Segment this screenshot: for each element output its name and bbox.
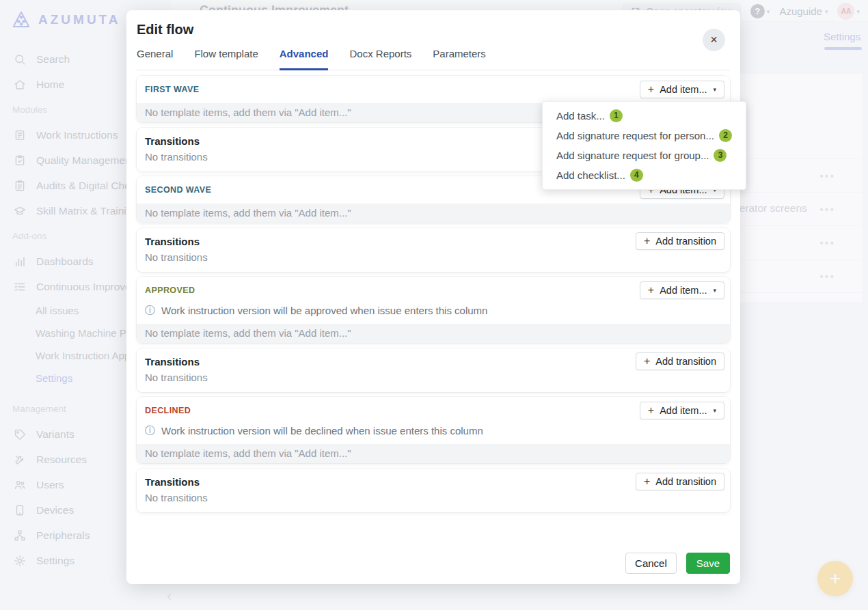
tab-advanced[interactable]: Advanced (280, 48, 329, 70)
wave-title: SECOND WAVE (145, 185, 211, 195)
plus-icon: + (648, 85, 654, 94)
no-template-items-text: No template items, add them via "Add ite… (137, 204, 730, 223)
menu-item-add-checklist[interactable]: Add checklist... 4 (543, 165, 746, 185)
plus-icon: + (648, 286, 654, 295)
add-item-dropdown-menu: Add task... 1 Add signature request for … (542, 101, 746, 190)
wave-section-second-wave: SECOND WAVE + Add item... ▾ No template … (137, 176, 730, 272)
shortcut-badge: 1 (610, 109, 623, 122)
close-button[interactable]: × (703, 29, 725, 51)
plus-icon: + (644, 357, 650, 366)
wave-title: APPROVED (145, 286, 195, 295)
no-transitions-text: No transitions (145, 490, 722, 505)
add-item-button[interactable]: + Add item... ▾ (640, 281, 724, 299)
no-transitions-text: No transitions (145, 250, 722, 264)
add-item-button[interactable]: + Add item... ▾ (640, 402, 724, 419)
add-transition-button[interactable]: + Add transition (636, 352, 724, 370)
caret-down-icon: ▾ (713, 287, 716, 294)
wave-section-declined: DECLINED + Add item... ▾ ⓘ Work instruct… (137, 397, 730, 512)
info-icon: ⓘ (145, 424, 155, 437)
tab-general[interactable]: General (137, 48, 173, 70)
shortcut-badge: 4 (630, 169, 643, 182)
modal-tabs: General Flow template Advanced Docx Repo… (137, 48, 730, 70)
plus-icon: + (644, 236, 650, 246)
wave-section-approved: APPROVED + Add item... ▾ ⓘ Work instruct… (137, 277, 730, 392)
wave-title: DECLINED (145, 406, 191, 415)
no-transitions-text: No transitions (145, 370, 722, 385)
no-template-items-text: No template items, add them via "Add ite… (137, 324, 730, 343)
plus-icon: + (648, 406, 654, 415)
tab-flow-template[interactable]: Flow template (194, 48, 258, 70)
tab-parameters[interactable]: Parameters (433, 48, 486, 70)
cancel-button[interactable]: Cancel (625, 553, 677, 574)
caret-down-icon: ▾ (713, 86, 716, 93)
modal-title: Edit flow (137, 22, 730, 38)
info-icon: ⓘ (145, 304, 155, 317)
edit-flow-modal: Edit flow × General Flow template Advanc… (126, 10, 740, 584)
tab-docx-reports[interactable]: Docx Reports (349, 48, 411, 70)
add-item-button[interactable]: + Add item... ▾ (640, 81, 724, 98)
menu-item-add-signature-group[interactable]: Add signature request for group... 3 (543, 145, 746, 165)
add-transition-button[interactable]: + Add transition (636, 473, 724, 490)
shortcut-badge: 2 (719, 129, 732, 142)
save-button[interactable]: Save (686, 553, 730, 574)
menu-item-add-signature-person[interactable]: Add signature request for person... 2 (543, 126, 746, 145)
menu-item-add-task[interactable]: Add task... 1 (543, 106, 746, 126)
caret-down-icon: ▾ (713, 407, 716, 414)
decline-info-text: Work instruction version will be decline… (161, 425, 483, 436)
plus-icon: + (644, 477, 650, 486)
no-template-items-text: No template items, add them via "Add ite… (137, 444, 730, 463)
add-transition-button[interactable]: + Add transition (636, 232, 724, 250)
approve-info-text: Work instruction version will be approve… (161, 305, 487, 316)
wave-title: FIRST WAVE (145, 85, 199, 94)
close-icon: × (710, 33, 718, 47)
shortcut-badge: 3 (714, 149, 727, 162)
